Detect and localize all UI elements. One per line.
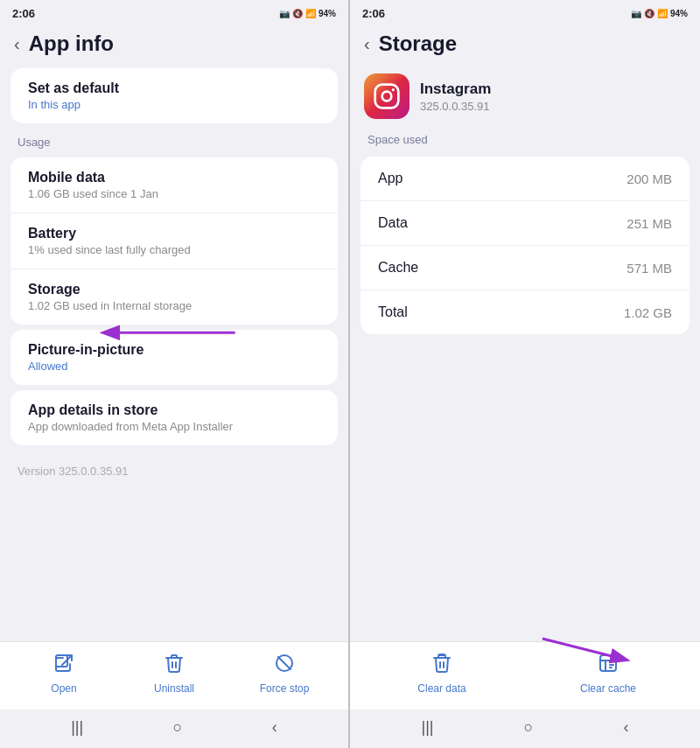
svg-rect-4 <box>375 85 399 108</box>
svg-line-2 <box>278 657 290 669</box>
bottom-bar-right: Clear data Clear cache <box>350 641 700 710</box>
menu-item-appstore[interactable]: App details in store App downloaded from… <box>10 390 338 445</box>
status-bar-left: 2:06 📷 🔇 📶 94% <box>0 0 348 24</box>
card-appstore: App details in store App downloaded from… <box>10 390 338 445</box>
storage-value-app: 200 MB <box>626 171 672 186</box>
menu-item-mobile-data-title: Mobile data <box>28 170 320 185</box>
status-bar-right: 2:06 📷 🔇 📶 94% <box>350 0 700 24</box>
open-button[interactable]: Open <box>9 653 119 695</box>
card-pip: Picture-in-picture Allowed <box>10 330 338 385</box>
clear-cache-label: Clear cache <box>580 682 636 695</box>
status-icons-right: 📷 🔇 📶 94% <box>631 9 688 18</box>
time-right: 2:06 <box>362 7 385 20</box>
svg-point-5 <box>382 92 392 101</box>
battery-left: 94% <box>318 9 336 18</box>
card-default: Set as default In this app <box>10 68 338 123</box>
menu-item-storage-subtitle: 1.02 GB used in Internal storage <box>28 299 320 312</box>
uninstall-icon <box>164 653 185 679</box>
storage-label-app: App <box>378 171 402 186</box>
app-name: Instagram <box>420 80 491 98</box>
clear-data-icon <box>431 653 452 679</box>
app-version: 325.0.0.35.91 <box>420 100 491 113</box>
nav-bar-left: ||| ○ ‹ <box>0 710 348 748</box>
menu-item-mobile-data[interactable]: Mobile data 1.06 GB used since 1 Jan <box>10 157 338 213</box>
storage-row-cache: Cache 571 MB <box>360 246 690 290</box>
right-panel: 2:06 📷 🔇 📶 94% ‹ Storage Instagram 325.0… <box>350 0 700 748</box>
storage-row-data: Data 251 MB <box>360 201 690 246</box>
menu-item-appstore-subtitle: App downloaded from Meta App Installer <box>28 420 320 433</box>
open-label: Open <box>51 682 76 695</box>
menu-item-appstore-title: App details in store <box>28 402 320 418</box>
svg-point-6 <box>392 88 395 91</box>
content-area-left: Set as default In this app Usage Mobile … <box>0 63 348 641</box>
menu-item-storage[interactable]: Storage 1.02 GB used in Internal storage <box>10 269 338 325</box>
nav-back-right[interactable]: ‹ <box>612 715 639 740</box>
svg-rect-9 <box>600 655 616 671</box>
battery-right: 94% <box>670 9 688 18</box>
nav-home-left[interactable]: ○ <box>163 715 193 740</box>
spacer-right <box>350 341 700 641</box>
back-button-right[interactable]: ‹ <box>364 34 370 54</box>
uninstall-button[interactable]: Uninstall <box>119 653 229 695</box>
menu-item-battery[interactable]: Battery 1% used since last fully charged <box>10 213 338 269</box>
force-stop-icon <box>274 653 295 679</box>
nav-recent-right[interactable]: ||| <box>411 715 444 740</box>
page-header-left: ‹ App info <box>0 24 348 63</box>
storage-label-cache: Cache <box>378 260 418 276</box>
storage-row-app: App 200 MB <box>360 157 690 201</box>
storage-row-total: Total 1.02 GB <box>360 290 690 334</box>
menu-item-pip[interactable]: Picture-in-picture Allowed <box>10 330 338 385</box>
nav-recent-left[interactable]: ||| <box>60 715 94 740</box>
force-stop-label: Force stop <box>260 682 310 695</box>
storage-label-data: Data <box>378 215 408 231</box>
menu-item-default-title: Set as default <box>28 80 320 96</box>
page-header-right: ‹ Storage <box>350 24 700 63</box>
app-info-row: Instagram 325.0.0.35.91 <box>350 63 700 128</box>
clear-cache-button[interactable]: Clear cache <box>525 653 691 695</box>
back-button-left[interactable]: ‹ <box>14 34 20 54</box>
storage-label-total: Total <box>378 304 408 320</box>
menu-item-pip-title: Picture-in-picture <box>28 342 320 358</box>
clear-data-button[interactable]: Clear data <box>359 653 525 695</box>
space-label: Space used <box>350 128 700 150</box>
section-label-usage: Usage <box>0 129 348 152</box>
version-text: Version 325.0.0.35.91 <box>0 451 348 485</box>
open-icon <box>53 653 74 679</box>
status-icons-left: 📷 🔇 📶 94% <box>279 9 336 18</box>
nav-home-right[interactable]: ○ <box>514 715 544 740</box>
menu-item-battery-subtitle: 1% used since last fully charged <box>28 243 320 256</box>
page-title-left: App info <box>29 31 114 56</box>
menu-item-mobile-data-subtitle: 1.06 GB used since 1 Jan <box>28 187 320 200</box>
left-panel: 2:06 📷 🔇 📶 94% ‹ App info Set as default… <box>0 0 350 748</box>
nav-back-left[interactable]: ‹ <box>262 715 288 740</box>
nav-bar-right: ||| ○ ‹ <box>350 710 700 748</box>
app-meta: Instagram 325.0.0.35.91 <box>420 80 491 113</box>
page-title-right: Storage <box>379 31 457 56</box>
uninstall-label: Uninstall <box>154 682 194 695</box>
menu-item-pip-subtitle: Allowed <box>28 360 320 373</box>
time-left: 2:06 <box>12 7 35 20</box>
app-icon <box>364 73 410 119</box>
card-usage: Mobile data 1.06 GB used since 1 Jan Bat… <box>10 157 338 325</box>
menu-item-storage-title: Storage <box>28 282 320 297</box>
menu-item-battery-title: Battery <box>28 226 320 241</box>
storage-value-cache: 571 MB <box>626 261 672 276</box>
storage-value-total: 1.02 GB <box>624 305 672 320</box>
force-stop-button[interactable]: Force stop <box>229 653 340 695</box>
clear-cache-icon <box>598 653 619 679</box>
menu-item-default[interactable]: Set as default In this app <box>10 68 338 123</box>
bottom-bar-left: Open Uninstall Force stop <box>0 641 348 710</box>
storage-value-data: 251 MB <box>626 216 672 231</box>
clear-data-label: Clear data <box>417 682 466 695</box>
storage-card: App 200 MB Data 251 MB Cache 571 MB Tota… <box>360 157 690 334</box>
menu-item-default-subtitle: In this app <box>28 98 320 111</box>
